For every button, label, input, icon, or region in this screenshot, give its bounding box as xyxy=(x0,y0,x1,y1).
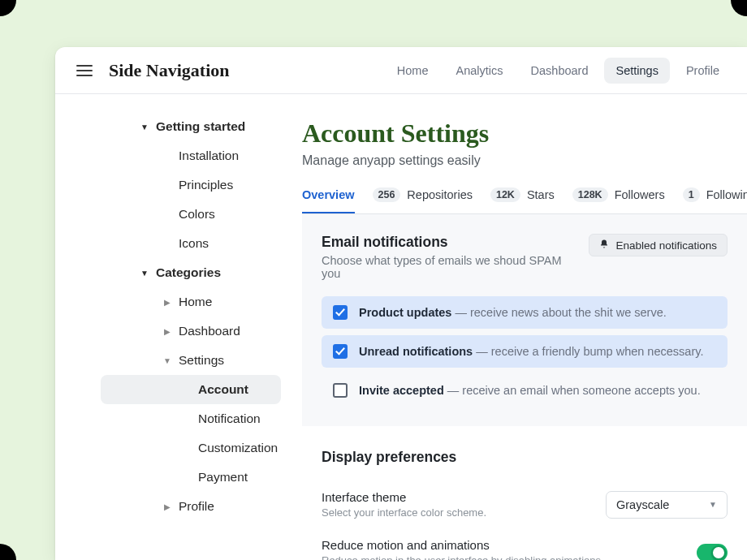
main-content: Account Settings Manage anyapp settings … xyxy=(302,94,747,560)
sidebar-item-settings[interactable]: ▼Settings xyxy=(101,346,281,375)
checkbox[interactable] xyxy=(333,305,348,320)
option-label: Invite accepted xyxy=(359,384,444,397)
tab-followers[interactable]: 128KFollowers xyxy=(572,187,665,213)
option-label: Unread notifications xyxy=(359,345,473,358)
enabled-chip-label: Enabled notifications xyxy=(615,239,717,252)
email-option-unread-notifications[interactable]: Unread notifications — receive a friendl… xyxy=(322,335,728,368)
bell-icon xyxy=(599,239,609,252)
sidebar-item-profile[interactable]: ▶Profile xyxy=(101,492,281,521)
topnav-analytics[interactable]: Analytics xyxy=(445,58,515,84)
email-option-invite-accepted[interactable]: Invite accepted — receive an email when … xyxy=(322,374,728,407)
chevron-right-icon: ▶ xyxy=(156,327,179,336)
theme-select[interactable]: Grayscale ▼ xyxy=(606,491,728,519)
sidebar-item-installation[interactable]: Installation xyxy=(101,141,281,170)
sidebar-item-account[interactable]: Account xyxy=(101,375,281,404)
motion-sub: Reduce motion in the user interface by d… xyxy=(322,554,604,560)
sidebar-item-customization[interactable]: Customization xyxy=(101,433,281,463)
hamburger-icon[interactable] xyxy=(76,65,93,76)
chevron-right-icon: ▶ xyxy=(156,502,179,511)
topnav-dashboard[interactable]: Dashboard xyxy=(520,58,600,84)
topbar: Side Navigation HomeAnalyticsDashboardSe… xyxy=(55,47,747,94)
tabstrip: Overview256Repositories12KStars128KFollo… xyxy=(302,187,747,214)
theme-label: Interface theme xyxy=(322,490,486,504)
sidebar-item-dashboard[interactable]: ▶Dashboard xyxy=(101,317,281,346)
tab-stars[interactable]: 12KStars xyxy=(490,187,555,213)
email-panel: Email notifications Choose what types of… xyxy=(302,214,747,426)
checkbox[interactable] xyxy=(333,344,348,359)
chevron-down-icon: ▼ xyxy=(133,269,156,278)
pref-theme: Interface theme Select your interface co… xyxy=(322,480,728,528)
page-subtitle: Manage anyapp settings easily xyxy=(302,153,747,168)
tab-count: 1 xyxy=(683,187,700,202)
page-title: Account Settings xyxy=(302,118,747,149)
app-window: Side Navigation HomeAnalyticsDashboardSe… xyxy=(55,47,747,560)
chevron-right-icon: ▶ xyxy=(156,298,179,307)
pref-motion: Reduce motion and animations Reduce moti… xyxy=(322,528,728,560)
tab-count: 256 xyxy=(373,187,401,202)
display-title: Display preferences xyxy=(322,449,728,466)
email-subtitle: Choose what types of emails we shoud SPA… xyxy=(322,254,576,280)
option-desc: — receive an email when someone accepts … xyxy=(444,384,701,397)
theme-value: Grayscale xyxy=(616,498,669,511)
tab-repositories[interactable]: 256Repositories xyxy=(373,187,473,213)
tab-count: 128K xyxy=(572,187,608,202)
display-section: Display preferences Interface theme Sele… xyxy=(302,426,747,560)
chevron-down-icon: ▼ xyxy=(133,123,156,131)
topnav-home[interactable]: Home xyxy=(386,58,440,84)
sidebar-item-notification[interactable]: Notification xyxy=(101,404,281,433)
brand-title: Side Navigation xyxy=(109,60,230,81)
tab-label: Overview xyxy=(302,188,355,201)
checkbox[interactable] xyxy=(333,383,348,398)
email-option-product-updates[interactable]: Product updates — receive news about the… xyxy=(322,296,728,329)
option-desc: — receive a friendly bump when necessary… xyxy=(473,345,703,358)
sidebar-group-categories[interactable]: ▼Categories xyxy=(101,258,281,287)
sidebar-item-colors[interactable]: Colors xyxy=(101,200,281,229)
motion-label: Reduce motion and animations xyxy=(322,538,604,552)
topnav-profile[interactable]: Profile xyxy=(675,58,731,84)
tab-label: Stars xyxy=(527,188,555,201)
theme-sub: Select your interface color scheme. xyxy=(322,506,486,519)
email-title: Email notifications xyxy=(322,234,576,251)
sidebar-group-getting-started[interactable]: ▼Getting started xyxy=(101,112,281,141)
sidebar-item-payment[interactable]: Payment xyxy=(101,463,281,492)
sidebar: ▼Getting startedInstallationPrinciplesCo… xyxy=(55,94,302,560)
tab-label: Following xyxy=(706,188,747,201)
tab-label: Repositories xyxy=(407,188,473,201)
option-desc: — receive news about the shit we serve. xyxy=(451,306,666,319)
chevron-down-icon: ▼ xyxy=(709,500,717,509)
sidebar-item-icons[interactable]: Icons xyxy=(101,229,281,258)
tab-following[interactable]: 1Following xyxy=(683,187,747,213)
enabled-chip[interactable]: Enabled notifications xyxy=(589,234,728,256)
chevron-down-icon: ▼ xyxy=(156,356,179,365)
option-label: Product updates xyxy=(359,306,451,319)
motion-toggle[interactable] xyxy=(697,544,728,561)
sidebar-item-principles[interactable]: Principles xyxy=(101,170,281,200)
top-nav: HomeAnalyticsDashboardSettingsProfile xyxy=(386,58,731,84)
tab-overview[interactable]: Overview xyxy=(302,187,355,213)
tab-count: 12K xyxy=(490,187,520,202)
topnav-settings[interactable]: Settings xyxy=(604,58,669,84)
sidebar-item-home[interactable]: ▶Home xyxy=(101,287,281,317)
tab-label: Followers xyxy=(615,188,665,201)
